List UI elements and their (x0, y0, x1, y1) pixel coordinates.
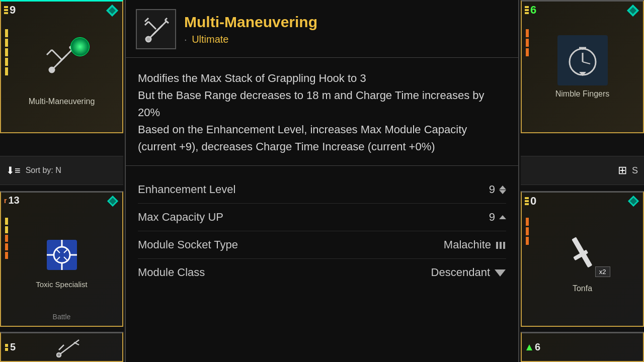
svg-line-40 (148, 22, 156, 29)
partial-rank-num-left: 5 (10, 341, 16, 353)
svg-line-44 (165, 18, 167, 20)
detail-header: Multi-Maneuvering · Ultimate (126, 0, 518, 58)
rank-badge-toxic: r 13 (4, 195, 20, 206)
stat-label-capacity: Max Capacity UP (138, 211, 223, 224)
partial-rank-left: 5 (5, 341, 16, 353)
rank-number-toxic: 13 (8, 195, 19, 206)
detail-stats: Enhancement Level 9 Max Capacity UP 9 Mo… (126, 166, 518, 296)
rank-bars-tonfa (525, 197, 529, 205)
rank-number-left: 9 (10, 4, 16, 17)
sort-right-label: S (632, 165, 638, 176)
x2-badge: x2 (595, 266, 610, 277)
stat-value-capacity: 9 (489, 211, 506, 224)
tonfa-image: x2 (555, 226, 610, 281)
svg-line-41 (145, 22, 148, 25)
malachite-icon (495, 239, 506, 250)
descendant-icon (494, 267, 506, 278)
skill-title-area: Multi-Maneuvering · Ultimate (184, 14, 317, 45)
rank-badge-left: 9 (4, 4, 16, 17)
left-side-bars (5, 29, 8, 75)
partial-icon-left (56, 337, 82, 357)
card-multi-maneuvering[interactable]: 9 Mult (0, 0, 123, 133)
svg-point-25 (57, 353, 61, 357)
desc-text: Modifies the Max Stack of Grappling Hook… (138, 70, 506, 155)
svg-line-3 (52, 50, 62, 60)
toxic-image (37, 230, 87, 280)
svg-line-4 (47, 50, 52, 55)
nimble-label: Nimble Fingers (555, 89, 610, 99)
rank-number-nimble: 6 (530, 4, 536, 17)
detail-panel: Multi-Maneuvering · Ultimate Modifies th… (125, 0, 519, 362)
diamond-icon-nimble (626, 4, 640, 20)
skill-name: Multi-Maneuvering (184, 14, 317, 31)
stat-row-capacity[interactable]: Max Capacity UP 9 (138, 204, 506, 231)
card-image-multi (29, 27, 95, 93)
up-arrow-capacity (499, 215, 506, 219)
updown-arrows (499, 186, 506, 194)
card-nimble-fingers[interactable]: 6 Nimble Fingers (521, 0, 644, 133)
rank-prefix-toxic: r (4, 197, 7, 205)
card-label-multi: Multi-Maneuvering (29, 97, 95, 107)
skill-type: · Ultimate (184, 34, 317, 45)
nimble-icon (565, 43, 600, 78)
svg-rect-48 (496, 242, 498, 249)
partial-rank-right: 6 (526, 341, 540, 353)
toxic-label: Toxic Specialist (36, 280, 88, 289)
detail-description: Modifies the Max Stack of Grappling Hook… (126, 58, 518, 166)
tonfa-label: Tonfa (573, 284, 592, 293)
diamond-icon-left (105, 4, 119, 20)
toxic-left-bars (5, 218, 8, 259)
nimble-left-bars (526, 29, 529, 56)
sort-bar-right[interactable]: ⊞ S (521, 156, 644, 185)
toxic-icon (42, 235, 82, 275)
stat-value-class: Descendant (431, 266, 506, 279)
card-partial-bottom-left[interactable]: 5 (0, 332, 123, 362)
svg-point-45 (146, 37, 151, 42)
card-tonfa[interactable]: 0 x2 Tonfa (521, 191, 644, 327)
svg-marker-51 (495, 269, 506, 277)
tonfa-left-bars (526, 218, 529, 245)
card-toxic-specialist[interactable]: r 13 (0, 191, 123, 327)
svg-rect-49 (500, 242, 502, 249)
stat-row-enhancement[interactable]: Enhancement Level 9 (138, 176, 506, 204)
svg-line-42 (145, 18, 148, 22)
skill-icon-box (136, 9, 176, 49)
stat-row-socket: Module Socket Type Malachite (138, 231, 506, 259)
svg-point-7 (49, 67, 54, 72)
dot-separator: · (184, 34, 190, 45)
stat-row-class: Module Class Descendant (138, 259, 506, 286)
svg-marker-38 (526, 344, 532, 350)
rank-badge-tonfa: 0 (525, 195, 536, 208)
sort-icon: ⬇≡ (6, 164, 21, 176)
svg-line-23 (59, 345, 64, 350)
green-orb (70, 37, 90, 56)
battle-tag: Battle (53, 313, 71, 321)
nimble-image (557, 35, 608, 85)
sort-label: Sort by: N (26, 166, 61, 175)
layers-icon: ⊞ (618, 164, 627, 177)
stat-label-enhancement: Enhancement Level (138, 183, 235, 196)
rank-bars-nimble (525, 6, 529, 14)
sort-bar-left[interactable]: ⬇≡ Sort by: N (0, 156, 123, 185)
rank-bars (4, 6, 8, 14)
svg-rect-50 (503, 242, 505, 249)
partial-image-left (20, 337, 118, 357)
stat-value-socket: Malachite (444, 238, 506, 251)
stat-value-enhancement: 9 (489, 183, 506, 196)
stat-label-socket: Module Socket Type (138, 238, 238, 251)
card-partial-bottom-right[interactable]: 6 (521, 332, 644, 362)
diamond-icon-tonfa (627, 195, 640, 210)
rank-number-tonfa: 0 (530, 195, 536, 208)
stat-label-class: Module Class (138, 266, 205, 279)
partial-rank-num-right: 6 (535, 341, 540, 353)
skill-icon-grapple (141, 14, 171, 44)
diamond-icon-toxic (106, 195, 119, 210)
rank-badge-nimble: 6 (525, 4, 536, 17)
triangle-rank-icon (526, 344, 533, 351)
